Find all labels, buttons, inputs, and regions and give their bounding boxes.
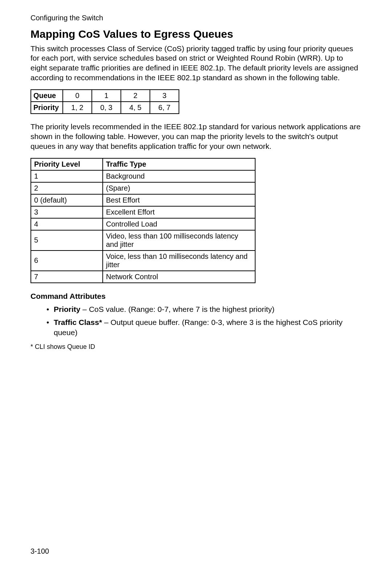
traffic-type-header: Traffic Type — [103, 158, 255, 170]
priority-level-cell: 2 — [31, 182, 103, 194]
priority-cell: 4, 5 — [121, 102, 150, 114]
table-row: 0 (default) Best Effort — [31, 194, 255, 206]
page: Configuring the Switch Mapping CoS Value… — [0, 0, 392, 570]
paragraph-priority-intro: The priority levels recommended in the I… — [30, 122, 362, 151]
queue-cell: 3 — [150, 90, 179, 102]
priority-header-cell: Priority — [31, 102, 63, 114]
queue-header-cell: Queue — [31, 90, 63, 102]
queue-cell: 2 — [121, 90, 150, 102]
table-row: 5 Video, less than 100 milliseconds late… — [31, 230, 255, 251]
table-row: 3 Excellent Effort — [31, 206, 255, 218]
table-row: Priority 1, 2 0, 3 4, 5 6, 7 — [31, 102, 179, 114]
page-number: 3-100 — [30, 547, 49, 555]
running-header: Configuring the Switch — [30, 14, 362, 22]
queue-cell: 0 — [63, 90, 92, 102]
traffic-type-cell: Network Control — [103, 271, 255, 283]
attr-desc: – CoS value. (Range: 0-7, where 7 is the… — [81, 305, 275, 313]
traffic-type-cell: Voice, less than 10 milliseconds latency… — [103, 251, 255, 271]
priority-level-cell: 5 — [31, 230, 103, 251]
priority-level-cell: 4 — [31, 218, 103, 230]
priority-level-cell: 0 (default) — [31, 194, 103, 206]
table-row: 6 Voice, less than 10 milliseconds laten… — [31, 251, 255, 271]
traffic-type-cell: Controlled Load — [103, 218, 255, 230]
priority-cell: 6, 7 — [150, 102, 179, 114]
priority-level-table: Priority Level Traffic Type 1 Background… — [30, 158, 256, 283]
list-item: Traffic Class* – Output queue buffer. (R… — [46, 317, 362, 338]
attr-name: Priority — [54, 305, 81, 313]
priority-level-header: Priority Level — [31, 158, 103, 170]
table-header-row: Priority Level Traffic Type — [31, 158, 255, 170]
queue-cell: 1 — [92, 90, 121, 102]
priority-level-cell: 7 — [31, 271, 103, 283]
priority-level-cell: 1 — [31, 170, 103, 182]
attr-name: Traffic Class* — [54, 318, 102, 326]
traffic-type-cell: (Spare) — [103, 182, 255, 194]
paragraph-intro: This switch processes Class of Service (… — [30, 44, 362, 83]
traffic-type-cell: Video, less than 100 milliseconds latenc… — [103, 230, 255, 251]
table-row: 7 Network Control — [31, 271, 255, 283]
table-row: 4 Controlled Load — [31, 218, 255, 230]
command-attributes-heading: Command Attributes — [30, 292, 362, 301]
list-item: Priority – CoS value. (Range: 0-7, where… — [46, 304, 362, 314]
footnote: * CLI shows Queue ID — [30, 343, 362, 351]
traffic-type-cell: Excellent Effort — [103, 206, 255, 218]
priority-cell: 1, 2 — [63, 102, 92, 114]
traffic-type-cell: Best Effort — [103, 194, 255, 206]
table-row: Queue 0 1 2 3 — [31, 90, 179, 102]
table-row: 1 Background — [31, 170, 255, 182]
priority-level-cell: 3 — [31, 206, 103, 218]
section-heading: Mapping CoS Values to Egress Queues — [30, 27, 362, 41]
command-attributes-list: Priority – CoS value. (Range: 0-7, where… — [30, 304, 362, 338]
priority-cell: 0, 3 — [92, 102, 121, 114]
priority-level-cell: 6 — [31, 251, 103, 271]
queue-priority-table: Queue 0 1 2 3 Priority 1, 2 0, 3 4, 5 6,… — [30, 89, 179, 114]
traffic-type-cell: Background — [103, 170, 255, 182]
table-row: 2 (Spare) — [31, 182, 255, 194]
